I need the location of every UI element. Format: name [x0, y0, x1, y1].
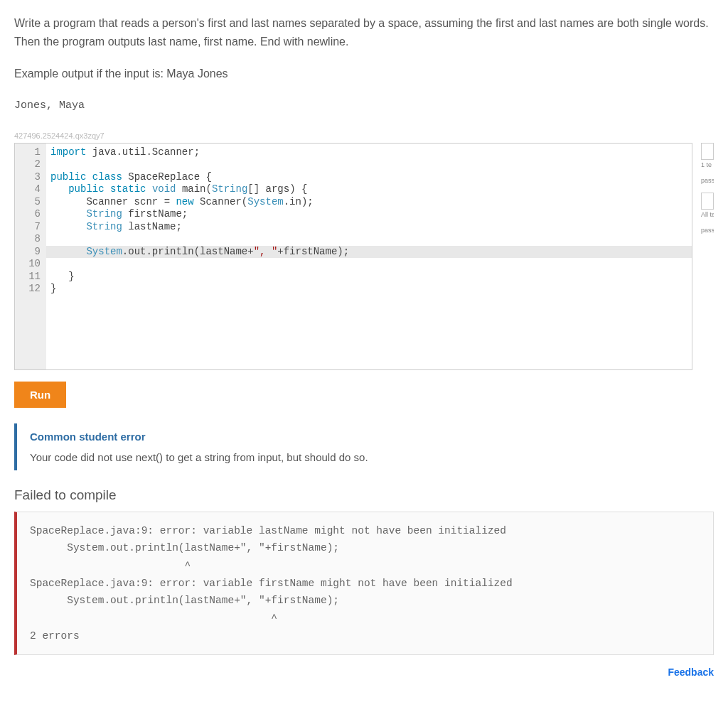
feedback-link[interactable]: Feedback	[14, 666, 714, 678]
line-number: 1	[18, 146, 41, 159]
code-line[interactable]: public static void main(String[] args) {	[46, 183, 692, 196]
code-line[interactable]: String lastName;	[46, 221, 692, 234]
line-number: 3	[18, 171, 41, 184]
test-status-icon	[701, 193, 714, 210]
code-area[interactable]: import java.util.Scanner; public class S…	[46, 144, 692, 369]
watermark: 427496.2524424.qx3zqy7	[14, 131, 714, 140]
line-number: 8	[18, 233, 41, 246]
test-status-sidebar: 1 te pass All te pass	[701, 143, 714, 242]
code-line[interactable]: String firstName;	[46, 208, 692, 221]
common-error-panel: Common student error Your code did not u…	[14, 423, 714, 470]
example-label: Example output if the input is: Maya Jon…	[14, 65, 714, 83]
code-line[interactable]: }	[46, 271, 692, 283]
line-number: 11	[18, 271, 41, 283]
compile-output: SpaceReplace.java:9: error: variable las…	[14, 512, 714, 655]
code-line[interactable]	[46, 258, 692, 271]
code-line[interactable]: import java.util.Scanner;	[46, 146, 692, 159]
test-status-label-1a: 1 te	[701, 161, 714, 168]
test-status-label-1b: pass	[701, 177, 714, 184]
code-editor[interactable]: 123456789101112 import java.util.Scanner…	[14, 143, 692, 370]
example-output: Jones, Maya	[14, 97, 714, 114]
line-number: 7	[18, 221, 41, 234]
common-error-title: Common student error	[30, 431, 701, 443]
test-status-icon	[701, 143, 714, 160]
code-line[interactable]: System.out.println(lastName+", "+firstNa…	[46, 246, 692, 259]
line-number: 12	[18, 283, 41, 296]
code-line[interactable]: Scanner scnr = new Scanner(System.in);	[46, 196, 692, 209]
line-number: 6	[18, 208, 41, 221]
line-number: 9	[18, 246, 41, 259]
compile-fail-heading: Failed to compile	[14, 487, 714, 503]
code-line[interactable]: }	[46, 283, 692, 296]
line-number: 5	[18, 196, 41, 209]
code-line[interactable]	[46, 233, 692, 246]
test-status-label-2b: pass	[701, 227, 714, 234]
problem-statement: Write a program that reads a person's fi…	[14, 14, 714, 114]
line-number: 2	[18, 158, 41, 171]
common-error-body: Your code did not use next() to get a st…	[30, 451, 701, 463]
line-gutter: 123456789101112	[15, 144, 46, 369]
code-line[interactable]: public class SpaceReplace {	[46, 171, 692, 184]
line-number: 4	[18, 183, 41, 196]
test-status-label-2a: All te	[701, 211, 714, 218]
run-button[interactable]: Run	[14, 382, 66, 408]
code-line[interactable]	[46, 158, 692, 171]
problem-description: Write a program that reads a person's fi…	[14, 14, 714, 50]
line-number: 10	[18, 258, 41, 271]
